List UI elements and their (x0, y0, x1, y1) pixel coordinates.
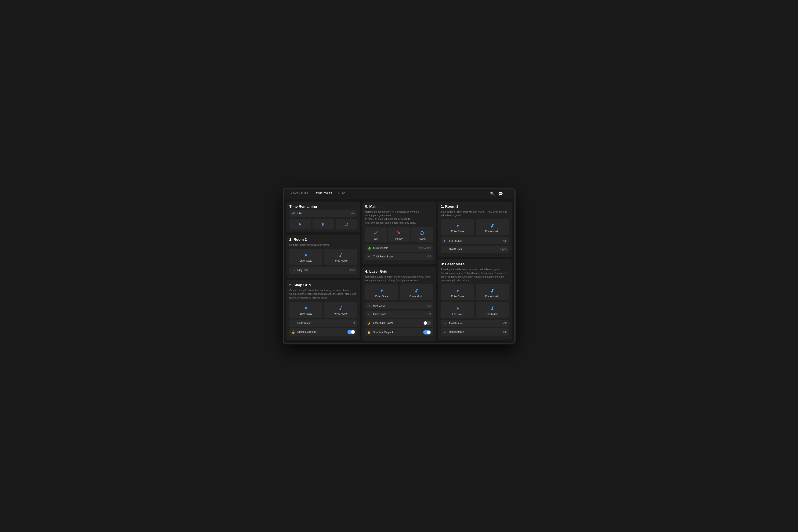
green-laser-row: ○ Green Laser Off (365, 310, 433, 318)
current-state-value: 98: Ready (419, 247, 431, 250)
search-icon[interactable]: 🔍 (490, 191, 495, 196)
snap-circuit-label: Snap Circuit (298, 322, 352, 325)
reset-timer-button[interactable] (336, 219, 357, 229)
red-button1-icon: ○ (443, 322, 447, 325)
room2-enter-state-button[interactable]: Enter State (289, 249, 322, 265)
red-button1-row: ○ Red Button 1 Off (441, 320, 509, 327)
room1-card: 1: Room 1 Start button or timer start wi… (438, 202, 512, 257)
main-content: Time Remaining ⏱ thief Idle (284, 199, 514, 343)
chat-icon[interactable]: 💬 (498, 191, 503, 196)
red-laser-label: Red Laser (373, 304, 428, 307)
ready-button[interactable]: Ready (388, 227, 410, 242)
red-laser-value: Off (428, 304, 431, 307)
laser-maze-desc: Pressing the red buttons once each will … (441, 268, 509, 282)
laser-grid-enter-state-button[interactable]: Enter State (365, 284, 398, 300)
snap-grid-enter-state-button[interactable]: Enter State (289, 302, 322, 318)
snapbox-maglock-toggle[interactable] (423, 330, 431, 335)
main-card-desc: Holding the reset button for 3 seconds a… (365, 210, 433, 225)
win-label: Win (374, 237, 378, 240)
hvac-door-row: ▭ HVAC Door Open (441, 246, 509, 253)
laser-maze-buttons: Enter State Force Music Fail State Fail … (441, 284, 509, 318)
room1-title: 1: Room 1 (441, 205, 509, 209)
hvac-door-value: Open (500, 248, 507, 251)
nav-bar: ADVENTURE JEWEL THIEF MISC 🔍 💬 ⋮ (284, 189, 514, 199)
snap-circuit-row: ○ Snap Circuit Off (289, 320, 357, 327)
red-button2-label: Red Button 2 (449, 330, 503, 334)
laser-maze-force-music-label: Force Music (485, 295, 499, 298)
drillbox-lock-icon: 🔒 (291, 330, 296, 334)
laser-grid-force-music-button[interactable]: Force Music (400, 284, 433, 300)
drillbox-label: Drillbox Maglock (298, 330, 347, 334)
snap-grid-card: 5: Snap Grid Connect the grid from left … (286, 280, 360, 340)
room1-enter-state-button[interactable]: Enter State (441, 219, 474, 235)
room2-title: 2: Room 2 (289, 238, 357, 242)
room1-force-music-button[interactable]: Force Music (476, 219, 509, 235)
room2-buttons: Enter State Force Music (289, 249, 357, 265)
laser-grid-power-row: ⚡ Laser Grid Power (365, 319, 433, 327)
room2-force-music-button[interactable]: Force Music (324, 249, 357, 265)
laser-grid-power-icon: ⚡ (367, 321, 371, 325)
current-state-label: Current State (373, 247, 419, 250)
play-button[interactable] (289, 219, 311, 229)
start-button-icon: ▶ (443, 239, 447, 242)
red-laser-row: ○ Red Laser Off (365, 302, 433, 309)
main-card-title: 0: Main (365, 205, 433, 209)
room2-rug-door: ▭ Rug Door Open (289, 267, 357, 274)
snap-grid-force-music-button[interactable]: Force Music (324, 302, 357, 318)
current-state-row: 🧩 Current State 98: Ready (365, 245, 433, 252)
main-card: 0: Main Holding the reset button for 3 s… (362, 202, 436, 264)
control-buttons (289, 219, 357, 229)
reset-button[interactable]: Reset (412, 227, 433, 242)
drillbox-toggle[interactable] (347, 330, 355, 334)
snap-grid-force-music-label: Force Music (334, 312, 347, 315)
screen-wrapper: ADVENTURE JEWEL THIEF MISC 🔍 💬 ⋮ Time Re… (283, 188, 516, 345)
laser-grid-desc: Reflecting lasers to trigger sensors wil… (365, 275, 433, 282)
ready-label: Ready (395, 237, 403, 240)
snap-circuit-value: Off (352, 322, 355, 325)
timer-row: ⏱ thief Idle (289, 210, 357, 217)
laser-maze-fail-music-label: Fail Music (486, 313, 498, 316)
laser-grid-force-music-label: Force Music (410, 295, 423, 298)
tab-adventure[interactable]: ADVENTURE (288, 189, 311, 198)
laser-grid-enter-label: Enter State (375, 295, 388, 298)
room1-force-music-label: Force Music (485, 230, 499, 233)
snap-grid-title: 5: Snap Grid (289, 283, 357, 287)
laser-maze-fail-music-button[interactable]: Fail Music (476, 302, 509, 318)
col-left: Time Remaining ⏱ thief Idle (286, 202, 360, 341)
drillbox-maglock-row: 🔒 Drillbox Maglock (289, 328, 357, 336)
more-icon[interactable]: ⋮ (506, 191, 510, 196)
col-right: 1: Room 1 Start button or timer start wi… (438, 202, 512, 341)
tab-jewel-thief[interactable]: JEWEL THIEF (311, 189, 335, 198)
laser-maze-enter-state-button[interactable]: Enter State (441, 284, 474, 300)
hvac-door-icon: ▭ (443, 247, 447, 251)
tab-misc[interactable]: MISC (335, 189, 348, 198)
snap-grid-desc: Connect the grid from left to right usin… (289, 288, 357, 300)
rug-door-label: Rug Door (298, 269, 349, 272)
time-remaining-title: Time Remaining (289, 205, 357, 209)
col-mid: 0: Main Holding the reset button for 3 s… (362, 202, 436, 341)
red-button2-icon: ○ (443, 330, 447, 334)
room2-card: 2: Room 2 Rug door opening will advance … (286, 234, 360, 278)
green-laser-value: Off (428, 313, 431, 316)
laser-maze-title: 3: Laser Maze (441, 262, 509, 266)
snap-grid-buttons: Enter State Force Music (289, 302, 357, 318)
win-button[interactable]: Win (365, 227, 386, 242)
laser-maze-fail-state-button[interactable]: Fail State (441, 302, 474, 318)
snapbox-maglock-row: 🔒 Snapbox Maglock (365, 328, 433, 336)
room1-desc: Start button or timer start will start m… (441, 210, 509, 217)
snap-grid-enter-state-label: Enter State (299, 312, 312, 315)
door-icon: ▭ (291, 268, 296, 272)
laser-maze-force-music-button[interactable]: Force Music (476, 284, 509, 300)
laser-grid-title: 4: Laser Grid (365, 269, 433, 274)
green-laser-label: Green Laser (373, 313, 428, 316)
laser-grid-power-toggle[interactable] (423, 321, 431, 325)
thief-reset-icon: ↺ (367, 255, 371, 258)
pause-button[interactable] (312, 219, 334, 229)
red-button2-value: Off (503, 330, 507, 334)
room2-enter-state-label: Enter State (299, 259, 312, 262)
laser-grid-card: 4: Laser Grid Reflecting lasers to trigg… (362, 267, 436, 341)
thief-reset-label: Thief Reset Button (373, 255, 428, 258)
current-state-icon: 🧩 (367, 246, 371, 250)
hvac-door-label: HVAC Door (449, 248, 500, 251)
timer-label: thief (297, 212, 350, 215)
